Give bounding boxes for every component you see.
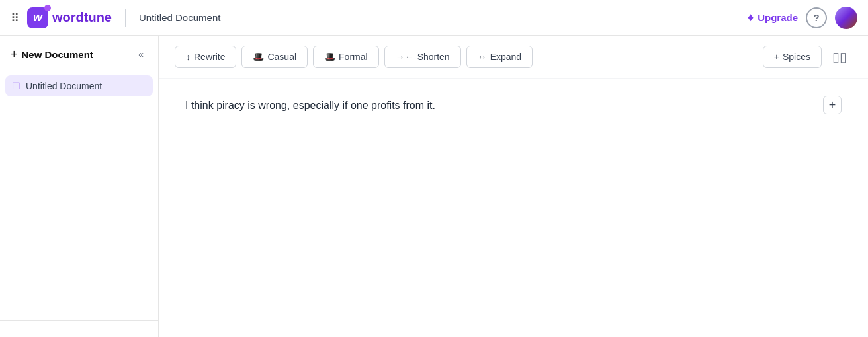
rewrite-icon: ↕ [186,52,191,62]
avatar[interactable] [835,7,857,29]
sidebar-footer [0,320,158,337]
rewrite-button[interactable]: ↕ Rewrite [175,46,236,68]
main-layout: + New Document « ☐ Untitled Document ↕ R… [0,36,868,337]
expand-label: Expand [490,52,521,62]
nav-divider [125,9,126,27]
spices-button[interactable]: + Spices [763,46,822,68]
add-block-button[interactable]: + [823,96,842,114]
nav-doc-title: Untitled Document [139,12,220,23]
upgrade-button[interactable]: ♦ Upgrade [748,11,798,24]
logo-icon: w [27,7,48,28]
help-button[interactable]: ? [806,7,827,28]
logo-spark [44,5,51,11]
toolbar: ↕ Rewrite 🎩 Casual 🎩 Formal →← Shorten ↔… [159,36,868,79]
casual-icon: 🎩 [253,52,264,62]
new-document-button[interactable]: + New Document [11,48,93,61]
editor-area: I think piracy is wrong, especially if o… [159,79,868,337]
sidebar-header: + New Document « [0,36,158,73]
sidebar-item-label: Untitled Document [26,81,102,91]
new-document-label: New Document [22,49,93,60]
help-label: ? [813,12,819,23]
logo-area: w wordtune [27,7,112,28]
grid-icon[interactable]: ⠿ [11,11,19,25]
plus-icon: + [11,48,18,61]
rewrite-label: Rewrite [194,52,225,62]
diamond-icon: ♦ [748,11,754,24]
shorten-label: Shorten [417,52,450,62]
casual-button[interactable]: 🎩 Casual [241,46,308,68]
sidebar-item-untitled[interactable]: ☐ Untitled Document [5,75,153,96]
logo-text: wordtune [52,10,112,25]
collapse-icon: « [138,49,144,59]
formal-icon: 🎩 [324,52,335,62]
add-icon: + [829,98,836,112]
spices-plus-icon: + [774,52,779,62]
layout-icon: ▯▯ [832,50,847,64]
topnav: ⠿ w wordtune Untitled Document ♦ Upgrade… [0,0,868,36]
content-area: ↕ Rewrite 🎩 Casual 🎩 Formal →← Shorten ↔… [159,36,868,337]
upgrade-label: Upgrade [758,12,798,23]
casual-label: Casual [267,52,296,62]
formal-button[interactable]: 🎩 Formal [313,46,379,68]
document-icon: ☐ [12,81,21,91]
shorten-icon: →← [396,52,414,62]
editor-text: I think piracy is wrong, especially if o… [185,97,842,114]
layout-toggle-button[interactable]: ▯▯ [827,45,852,69]
sidebar-items: ☐ Untitled Document [0,73,158,320]
expand-button[interactable]: ↔ Expand [466,46,533,68]
collapse-button[interactable]: « [134,46,148,62]
expand-icon: ↔ [478,52,487,62]
shorten-button[interactable]: →← Shorten [384,46,461,68]
spices-label: Spices [783,52,810,62]
formal-label: Formal [339,52,368,62]
sidebar: + New Document « ☐ Untitled Document [0,36,159,337]
